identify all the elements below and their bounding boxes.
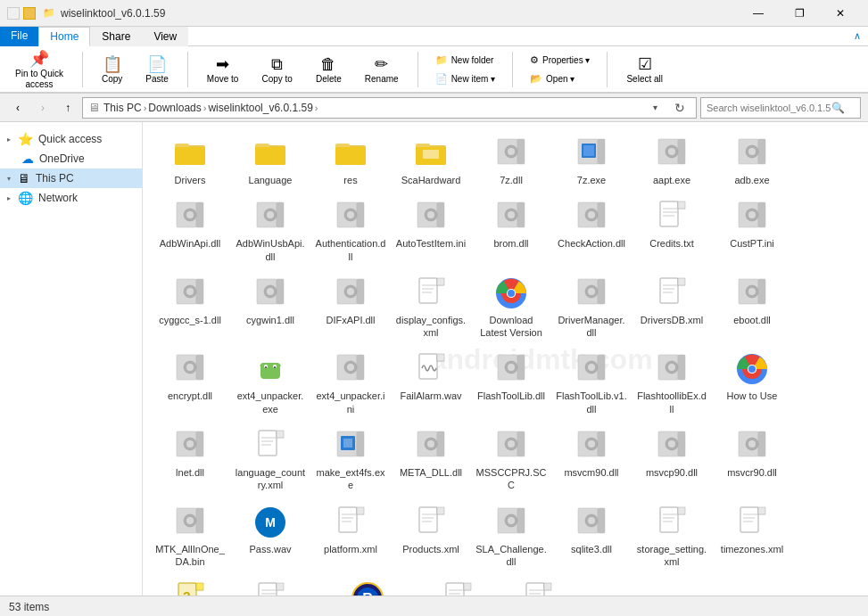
file-item[interactable]: FlashtoollibEx.dll: [632, 345, 712, 422]
file-item[interactable]: storage_setting.xml: [632, 498, 712, 575]
file-item[interactable]: display_configs.xml: [391, 269, 471, 346]
file-item[interactable]: eboot.dll: [712, 269, 792, 346]
file-item[interactable]: WiseLinkTool.word2chm: [417, 574, 498, 595]
address-dropdown-btn[interactable]: ▾: [644, 97, 665, 119]
sidebar-item-onedrive[interactable]: ☁ OneDrive: [0, 149, 142, 168]
move-to-btn[interactable]: ➡ Move to: [199, 50, 247, 88]
svg-text:R: R: [362, 591, 373, 595]
file-item[interactable]: sqlite3.dll: [551, 498, 632, 575]
file-item[interactable]: cygwin1.dll: [230, 269, 310, 346]
forward-button[interactable]: ›: [32, 97, 54, 119]
tab-view[interactable]: View: [142, 27, 188, 46]
file-name: Credits.txt: [649, 237, 694, 250]
file-item[interactable]: Drivers: [150, 129, 230, 193]
file-item[interactable]: Credits.txt: [632, 193, 712, 269]
file-icon: [172, 505, 208, 540]
search-input[interactable]: [707, 103, 831, 113]
sidebar-item-quick-access[interactable]: ▸ ⭐ Quick access: [0, 129, 142, 149]
file-item[interactable]: AdbWinApi.dll: [150, 193, 230, 269]
file-item[interactable]: FailAlarm.wav: [391, 345, 471, 422]
file-item[interactable]: FlashToolLib.v1.dll: [551, 345, 632, 422]
svg-rect-53: [660, 201, 678, 226]
file-item[interactable]: make_ext4fs.exe: [310, 422, 391, 498]
file-item[interactable]: ? WiseLinkTool.chm: [150, 574, 230, 595]
file-item[interactable]: lnet.dll: [150, 422, 230, 498]
file-item[interactable]: MSSCCPRJ.SCC: [471, 422, 551, 498]
up-button[interactable]: ↑: [57, 97, 79, 119]
file-item[interactable]: META_DLL.dll: [391, 422, 471, 498]
path-folder[interactable]: wiselinktool_v6.0.1.59: [208, 102, 312, 114]
file-item[interactable]: language_country.xml: [230, 422, 310, 498]
svg-point-36: [267, 211, 274, 218]
file-item[interactable]: Products.xml: [391, 498, 471, 575]
paste-btn[interactable]: 📄 Paste: [137, 50, 177, 88]
file-item[interactable]: platform.xml: [310, 498, 391, 575]
file-item[interactable]: brom.dll: [471, 193, 551, 269]
file-item[interactable]: msvcr90.dll: [712, 422, 792, 498]
file-item[interactable]: FlashToolLib.dll: [471, 345, 551, 422]
tab-share[interactable]: Share: [90, 27, 142, 46]
rename-btn[interactable]: ✏ Rename: [357, 50, 407, 88]
file-item[interactable]: AdbWinUsbApi.dll: [230, 193, 310, 269]
file-item[interactable]: DriverManager.dll: [551, 269, 632, 346]
select-all-btn[interactable]: ☑ Select all: [618, 50, 671, 88]
file-icon: [574, 351, 609, 387]
file-item[interactable]: Authentication.dll: [310, 193, 391, 269]
file-item[interactable]: msvcp90.dll: [632, 422, 712, 498]
path-this-pc[interactable]: This PC: [103, 102, 142, 114]
file-item[interactable]: encrypt.dll: [150, 345, 230, 422]
file-item[interactable]: CustPT.ini: [712, 193, 792, 269]
close-button[interactable]: ✕: [820, 0, 861, 27]
file-item[interactable]: 7z.exe: [551, 129, 632, 193]
pin-quick-access-btn[interactable]: 📌 Pin to Quickaccess: [7, 45, 71, 94]
file-item[interactable]: adb.exe: [712, 129, 792, 193]
file-item[interactable]: timezones.xml: [712, 498, 792, 575]
properties-btn[interactable]: ⚙ Properties ▾: [524, 52, 596, 69]
file-item[interactable]: aapt.exe: [632, 129, 712, 193]
file-item[interactable]: res: [310, 129, 391, 193]
copy-btn[interactable]: 📋 Copy: [94, 50, 130, 88]
file-icon: [172, 199, 208, 234]
address-box[interactable]: 🖥 This PC › Downloads › wiselinktool_v6.…: [82, 97, 697, 119]
file-item[interactable]: DIFxAPI.dll: [310, 269, 391, 346]
search-icon[interactable]: 🔍: [831, 102, 845, 114]
delete-btn[interactable]: 🗑 Delete: [308, 51, 350, 88]
file-item[interactable]: ScaHardward: [391, 129, 471, 193]
file-name: storage_setting.xml: [636, 543, 707, 569]
minimize-button[interactable]: —: [738, 0, 779, 27]
ribbon-collapse[interactable]: ∧: [847, 27, 868, 46]
file-item[interactable]: ext4_unpacker.exe: [230, 345, 310, 422]
maximize-button[interactable]: ❐: [779, 0, 820, 27]
file-name: DriversDB.xml: [641, 314, 703, 326]
file-item[interactable]: msvcm90.dll: [551, 422, 632, 498]
file-item[interactable]: SLA_Challenge.dll: [471, 498, 551, 575]
back-button[interactable]: ‹: [7, 97, 29, 119]
path-downloads[interactable]: Downloads: [148, 102, 201, 114]
new-folder-btn[interactable]: 📁 New folder: [429, 52, 501, 69]
file-icon: [654, 275, 690, 311]
open-btn[interactable]: 📂 Open ▾: [524, 70, 596, 87]
file-item[interactable]: cyggcc_s-1.dll: [150, 269, 230, 346]
search-box[interactable]: 🔍: [700, 97, 861, 119]
file-item[interactable]: ➔RWiseLinkTool.exe: [310, 574, 417, 595]
file-item[interactable]: WiseLinkTool.doc: [230, 574, 310, 595]
file-item[interactable]: How to Use: [712, 345, 792, 422]
file-item[interactable]: ext4_unpacker.ini: [310, 345, 391, 422]
svg-rect-170: [196, 508, 203, 533]
file-item[interactable]: DriversDB.xml: [632, 269, 712, 346]
window-controls[interactable]: — ❐ ✕: [738, 0, 861, 27]
address-refresh-btn[interactable]: ↻: [669, 97, 690, 119]
file-item[interactable]: 7z.dll: [471, 129, 551, 193]
file-item[interactable]: AutoTestItem.ini: [391, 193, 471, 269]
file-name: sqlite3.dll: [571, 543, 612, 555]
file-item[interactable]: MTK_AllInOne_DA.bin: [150, 498, 230, 575]
file-item[interactable]: Language: [230, 129, 310, 193]
new-item-btn[interactable]: 📄 New item ▾: [429, 70, 501, 87]
file-item[interactable]: M Pass.wav: [230, 498, 310, 575]
file-item[interactable]: Download Latest Version: [471, 269, 551, 346]
sidebar-item-this-pc[interactable]: ▾ 🖥 This PC: [0, 168, 142, 188]
file-item[interactable]: CheckAction.dll: [551, 193, 632, 269]
sidebar-item-network[interactable]: ▸ 🌐 Network: [0, 188, 142, 208]
file-item[interactable]: WL_6516.auth: [498, 574, 578, 595]
copy-to-btn[interactable]: ⧉ Copy to: [253, 51, 300, 88]
